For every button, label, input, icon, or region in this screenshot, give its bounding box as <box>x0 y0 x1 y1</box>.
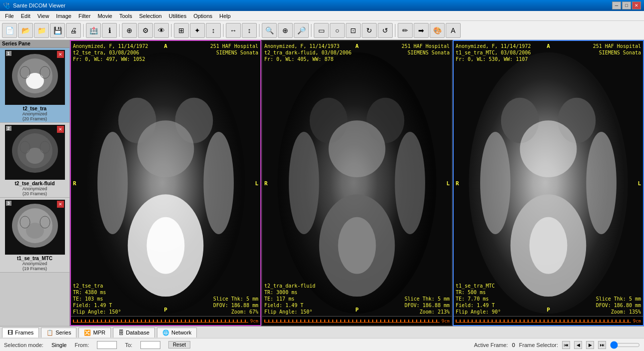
bottom-tabs: 🎞Frames📋Series🔀MPR🗄Database🌐Network <box>0 326 644 338</box>
marker-bottom-2: P <box>355 307 359 313</box>
menu-item-file[interactable]: File <box>2 12 17 20</box>
frame-selector-label: Frame Selector: <box>519 342 558 348</box>
print-button[interactable]: 🖨 <box>66 23 81 38</box>
rect-tool-button[interactable]: ▭ <box>314 23 329 38</box>
marker-right-1: L <box>255 180 258 186</box>
open-file-button[interactable]: 📁 <box>34 23 49 38</box>
frame-next-next-button[interactable]: ⏭ <box>598 341 606 349</box>
viewport-panel-1[interactable]: Anonymized, F, 11/14/1972t2_tse_tra, 03/… <box>70 40 261 326</box>
viewport-bg-3: Anonymized, F, 11/14/1972t1_se_tra_MTC, … <box>454 41 643 325</box>
marker-top-3: A <box>547 43 550 49</box>
series-frames-2: (20 Frames) <box>1 191 68 196</box>
star-button[interactable]: ✦ <box>190 23 205 38</box>
overlay-tl-2: Anonymized, F, 11/14/1973t2_tra_dark-flu… <box>264 43 352 62</box>
menu-item-view[interactable]: View <box>34 12 52 20</box>
tab-label-database: Database <box>126 330 149 336</box>
series-number-3: 3 <box>6 201 11 206</box>
series-patient-3: Anonymized <box>1 261 68 266</box>
viewport-panel-3[interactable]: Anonymized, F, 11/14/1972t1_se_tra_MTC, … <box>453 40 644 326</box>
roi-button[interactable]: ⊕ <box>122 23 137 38</box>
tab-database[interactable]: 🗄Database <box>113 328 155 338</box>
viewport-area: Anonymized, F, 11/14/1972t2_tse_tra, 03/… <box>70 40 644 326</box>
marker-top-2: A <box>355 43 359 49</box>
arrow-button[interactable]: ➡ <box>414 23 429 38</box>
maximize-button[interactable]: □ <box>622 1 631 9</box>
rotate-cw-button[interactable]: ↻ <box>362 23 377 38</box>
menu-item-image[interactable]: Image <box>53 12 74 20</box>
rotate-ccw-button[interactable]: ↺ <box>378 23 393 38</box>
from-input[interactable] <box>97 341 117 349</box>
frame-prev-button[interactable]: ◀ <box>574 341 582 349</box>
series-pane-title: Series Pane <box>0 40 69 48</box>
grid-button[interactable]: ⊞ <box>174 23 189 38</box>
series-close-3[interactable]: ✕ <box>57 201 64 208</box>
eye-button[interactable]: 👁 <box>154 23 169 38</box>
series-thumbnail-1: ✕1 <box>5 50 65 105</box>
series-item-3[interactable]: ✕3t1_se_tra_MTCAnonymized(19 Frames) <box>0 198 69 273</box>
svg-point-44 <box>520 120 577 177</box>
select-tool-button[interactable]: ⊡ <box>346 23 361 38</box>
reset-button[interactable]: Reset <box>168 341 190 349</box>
tab-frames[interactable]: 🎞Frames <box>2 328 39 338</box>
title-bar-left: 🩺 Sante DICOM Viewer <box>3 2 65 9</box>
tab-series[interactable]: 📋Series <box>41 328 76 338</box>
tab-network[interactable]: 🌐Network <box>157 328 197 338</box>
filter-button[interactable]: ⚙ <box>138 23 153 38</box>
to-input[interactable] <box>140 341 160 349</box>
menu-item-filter[interactable]: Filter <box>75 12 93 20</box>
ruler-2: 9cm <box>262 316 452 325</box>
marker-bottom-3: P <box>547 307 550 313</box>
menu-item-options[interactable]: Options <box>190 12 215 20</box>
svg-point-25 <box>203 132 234 234</box>
dicom-button[interactable]: 🏥 <box>86 23 101 38</box>
open-folder-button[interactable]: 📂 <box>18 23 33 38</box>
color-button[interactable]: 🎨 <box>430 23 445 38</box>
marker-left-3: R <box>456 180 459 186</box>
series-close-2[interactable]: ✕ <box>57 126 64 133</box>
save-button[interactable]: 💾 <box>50 23 65 38</box>
svg-point-23 <box>147 217 185 274</box>
zoom-in-button[interactable]: 🔎 <box>294 23 309 38</box>
menu-item-help[interactable]: Help <box>216 12 234 20</box>
arrows-button[interactable]: ↕ <box>206 23 221 38</box>
overlay-br-3: Slice Thk: 5 mmDFOV: 186.80 mmZoom: 135% <box>596 296 641 315</box>
frame-next-button[interactable]: ▶ <box>586 341 594 349</box>
viewport-panel-2[interactable]: Anonymized, F, 11/14/1973t2_tra_dark-flu… <box>261 40 453 326</box>
frames-icon: 🎞 <box>7 330 13 336</box>
pencil-button[interactable]: ✏ <box>398 23 413 38</box>
active-frame-label: Active Frame: <box>474 342 508 348</box>
menu-item-edit[interactable]: Edit <box>18 12 33 20</box>
ruler-label-3: 9cm <box>633 319 641 324</box>
app-icon: 🩺 <box>3 2 10 9</box>
minimize-button[interactable]: ─ <box>612 1 621 9</box>
flip-v-button[interactable]: ↕ <box>242 23 257 38</box>
series-item-2[interactable]: ✕2t2_tse_dark-fluidAnonymized(20 Frames) <box>0 123 69 198</box>
svg-point-32 <box>338 217 376 274</box>
zoom-rect-button[interactable]: ⊕ <box>278 23 293 38</box>
series-thumbnail-3: ✕3 <box>5 200 65 255</box>
info-button[interactable]: ℹ <box>102 23 117 38</box>
flip-h-button[interactable]: ↔ <box>226 23 241 38</box>
svg-point-24 <box>97 132 128 234</box>
series-item-1[interactable]: ✕1t2_tse_traAnonymized(20 Frames) <box>0 48 69 123</box>
new-file-button[interactable]: 📄 <box>2 23 17 38</box>
menu-item-movie[interactable]: Movie <box>94 12 115 20</box>
menu-item-utilities[interactable]: Utilities <box>166 12 189 20</box>
series-close-1[interactable]: ✕ <box>57 51 64 58</box>
text-tool-button[interactable]: A <box>446 23 461 38</box>
tab-mpr[interactable]: 🔀MPR <box>78 328 110 338</box>
menu-item-tools[interactable]: Tools <box>116 12 135 20</box>
toolbar: 📄📂📁💾🖨🏥ℹ⊕⚙👁⊞✦↕↔↕🔍⊕🔎▭○⊡↻↺✏➡🎨A <box>0 21 644 40</box>
frame-slider[interactable] <box>610 341 640 349</box>
frame-prev-prev-button[interactable]: ⏮ <box>562 341 570 349</box>
overlay-tr-2: 251 HAF HospitalSIEMENS Sonata <box>402 43 450 56</box>
svg-point-43 <box>586 132 617 234</box>
ruler-label-2: 9cm <box>442 319 450 324</box>
series-thumbnail-2: ✕2 <box>5 125 65 180</box>
zoom-out-button[interactable]: 🔍 <box>262 23 277 38</box>
from-label: From: <box>74 342 89 348</box>
menu-item-selection[interactable]: Selection <box>136 12 164 20</box>
close-button[interactable]: ✕ <box>632 1 641 9</box>
circle-tool-button[interactable]: ○ <box>330 23 345 38</box>
toolbar-separator <box>395 24 396 37</box>
